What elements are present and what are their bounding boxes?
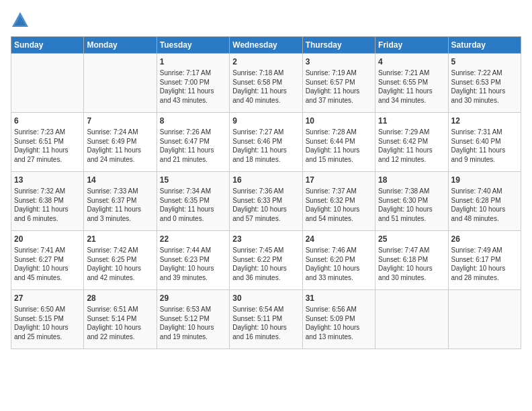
calendar-cell: 5Sunrise: 7:22 AM Sunset: 6:53 PM Daylig… <box>448 54 521 113</box>
day-detail: Sunrise: 7:32 AM Sunset: 6:38 PM Dayligh… <box>14 187 81 223</box>
calendar-cell: 27Sunrise: 6:50 AM Sunset: 5:15 PM Dayli… <box>11 290 84 349</box>
day-detail: Sunrise: 6:56 AM Sunset: 5:09 PM Dayligh… <box>306 305 372 341</box>
calendar-cell: 24Sunrise: 7:46 AM Sunset: 6:20 PM Dayli… <box>302 231 375 290</box>
calendar-cell: 7Sunrise: 7:24 AM Sunset: 6:49 PM Daylig… <box>84 113 157 172</box>
day-number: 5 <box>451 56 518 67</box>
day-number: 20 <box>14 234 81 244</box>
calendar-cell: 25Sunrise: 7:47 AM Sunset: 6:18 PM Dayli… <box>375 231 448 290</box>
calendar-cell <box>11 54 84 113</box>
day-detail: Sunrise: 7:38 AM Sunset: 6:30 PM Dayligh… <box>378 187 445 223</box>
day-number: 7 <box>87 116 153 126</box>
day-number: 26 <box>451 234 518 244</box>
calendar-cell: 29Sunrise: 6:53 AM Sunset: 5:12 PM Dayli… <box>157 290 229 349</box>
calendar-week-3: 13Sunrise: 7:32 AM Sunset: 6:38 PM Dayli… <box>11 172 521 231</box>
calendar-cell: 1Sunrise: 7:17 AM Sunset: 7:00 PM Daylig… <box>157 54 229 113</box>
calendar-cell: 20Sunrise: 7:41 AM Sunset: 6:27 PM Dayli… <box>11 231 84 290</box>
calendar-cell: 3Sunrise: 7:19 AM Sunset: 6:57 PM Daylig… <box>302 54 375 113</box>
day-detail: Sunrise: 7:21 AM Sunset: 6:55 PM Dayligh… <box>378 68 445 105</box>
calendar-cell: 9Sunrise: 7:27 AM Sunset: 6:46 PM Daylig… <box>230 113 302 172</box>
day-detail: Sunrise: 7:18 AM Sunset: 6:58 PM Dayligh… <box>232 68 299 105</box>
day-number: 30 <box>232 293 299 304</box>
day-number: 10 <box>306 116 372 126</box>
header-day-friday: Friday <box>375 37 448 54</box>
calendar-cell: 31Sunrise: 6:56 AM Sunset: 5:09 PM Dayli… <box>302 290 375 349</box>
logo <box>11 11 32 30</box>
day-number: 12 <box>451 116 518 126</box>
day-number: 14 <box>87 175 153 185</box>
day-detail: Sunrise: 7:42 AM Sunset: 6:25 PM Dayligh… <box>87 246 153 282</box>
calendar-cell: 16Sunrise: 7:36 AM Sunset: 6:33 PM Dayli… <box>230 172 302 231</box>
logo-icon <box>11 11 30 30</box>
day-number: 18 <box>378 175 445 185</box>
calendar-cell: 11Sunrise: 7:29 AM Sunset: 6:42 PM Dayli… <box>375 113 448 172</box>
day-number: 24 <box>306 234 372 244</box>
day-number: 4 <box>378 56 445 67</box>
day-detail: Sunrise: 7:17 AM Sunset: 7:00 PM Dayligh… <box>160 68 226 105</box>
header-day-sunday: Sunday <box>11 37 84 54</box>
day-number: 31 <box>306 293 372 304</box>
day-number: 8 <box>160 116 226 126</box>
calendar-cell: 18Sunrise: 7:38 AM Sunset: 6:30 PM Dayli… <box>375 172 448 231</box>
calendar-cell: 4Sunrise: 7:21 AM Sunset: 6:55 PM Daylig… <box>375 54 448 113</box>
calendar-cell: 21Sunrise: 7:42 AM Sunset: 6:25 PM Dayli… <box>84 231 157 290</box>
calendar-cell: 23Sunrise: 7:45 AM Sunset: 6:22 PM Dayli… <box>230 231 302 290</box>
calendar-cell: 2Sunrise: 7:18 AM Sunset: 6:58 PM Daylig… <box>230 54 302 113</box>
header-day-thursday: Thursday <box>302 37 375 54</box>
calendar-cell: 17Sunrise: 7:37 AM Sunset: 6:32 PM Dayli… <box>302 172 375 231</box>
day-number: 28 <box>87 293 153 304</box>
day-detail: Sunrise: 7:46 AM Sunset: 6:20 PM Dayligh… <box>306 246 372 282</box>
calendar-header: SundayMondayTuesdayWednesdayThursdayFrid… <box>11 37 521 54</box>
header-day-monday: Monday <box>84 37 157 54</box>
calendar-week-2: 6Sunrise: 7:23 AM Sunset: 6:51 PM Daylig… <box>11 113 521 172</box>
day-number: 23 <box>232 234 299 244</box>
day-number: 11 <box>378 116 445 126</box>
page-header <box>11 11 521 30</box>
header-row: SundayMondayTuesdayWednesdayThursdayFrid… <box>11 37 521 54</box>
day-detail: Sunrise: 7:34 AM Sunset: 6:35 PM Dayligh… <box>160 187 226 223</box>
calendar-cell: 26Sunrise: 7:49 AM Sunset: 6:17 PM Dayli… <box>448 231 521 290</box>
day-detail: Sunrise: 7:44 AM Sunset: 6:23 PM Dayligh… <box>160 246 226 282</box>
day-detail: Sunrise: 6:51 AM Sunset: 5:14 PM Dayligh… <box>87 305 153 341</box>
day-number: 13 <box>14 175 81 185</box>
calendar-week-1: 1Sunrise: 7:17 AM Sunset: 7:00 PM Daylig… <box>11 54 521 113</box>
day-detail: Sunrise: 6:53 AM Sunset: 5:12 PM Dayligh… <box>160 305 226 341</box>
day-detail: Sunrise: 7:40 AM Sunset: 6:28 PM Dayligh… <box>451 187 518 223</box>
day-number: 15 <box>160 175 226 185</box>
calendar-cell: 13Sunrise: 7:32 AM Sunset: 6:38 PM Dayli… <box>11 172 84 231</box>
day-number: 17 <box>306 175 372 185</box>
day-detail: Sunrise: 6:50 AM Sunset: 5:15 PM Dayligh… <box>14 305 81 341</box>
day-detail: Sunrise: 6:54 AM Sunset: 5:11 PM Dayligh… <box>232 305 299 341</box>
calendar-cell: 6Sunrise: 7:23 AM Sunset: 6:51 PM Daylig… <box>11 113 84 172</box>
day-number: 29 <box>160 293 226 304</box>
day-detail: Sunrise: 7:49 AM Sunset: 6:17 PM Dayligh… <box>451 246 518 282</box>
calendar-week-4: 20Sunrise: 7:41 AM Sunset: 6:27 PM Dayli… <box>11 231 521 290</box>
day-detail: Sunrise: 7:29 AM Sunset: 6:42 PM Dayligh… <box>378 128 445 164</box>
day-number: 9 <box>232 116 299 126</box>
calendar-body: 1Sunrise: 7:17 AM Sunset: 7:00 PM Daylig… <box>11 54 521 349</box>
day-detail: Sunrise: 7:23 AM Sunset: 6:51 PM Dayligh… <box>14 128 81 164</box>
calendar-cell <box>448 290 521 349</box>
day-detail: Sunrise: 7:22 AM Sunset: 6:53 PM Dayligh… <box>451 68 518 105</box>
calendar-cell: 15Sunrise: 7:34 AM Sunset: 6:35 PM Dayli… <box>157 172 229 231</box>
calendar-cell: 8Sunrise: 7:26 AM Sunset: 6:47 PM Daylig… <box>157 113 229 172</box>
header-day-wednesday: Wednesday <box>230 37 302 54</box>
day-detail: Sunrise: 7:36 AM Sunset: 6:33 PM Dayligh… <box>232 187 299 223</box>
day-detail: Sunrise: 7:33 AM Sunset: 6:37 PM Dayligh… <box>87 187 153 223</box>
calendar-table: SundayMondayTuesdayWednesdayThursdayFrid… <box>11 36 521 349</box>
calendar-cell: 12Sunrise: 7:31 AM Sunset: 6:40 PM Dayli… <box>448 113 521 172</box>
day-detail: Sunrise: 7:24 AM Sunset: 6:49 PM Dayligh… <box>87 128 153 164</box>
day-number: 19 <box>451 175 518 185</box>
day-detail: Sunrise: 7:26 AM Sunset: 6:47 PM Dayligh… <box>160 128 226 164</box>
day-detail: Sunrise: 7:45 AM Sunset: 6:22 PM Dayligh… <box>232 246 299 282</box>
day-number: 6 <box>14 116 81 126</box>
calendar-cell: 30Sunrise: 6:54 AM Sunset: 5:11 PM Dayli… <box>230 290 302 349</box>
day-number: 22 <box>160 234 226 244</box>
day-number: 21 <box>87 234 153 244</box>
day-detail: Sunrise: 7:19 AM Sunset: 6:57 PM Dayligh… <box>306 68 372 105</box>
day-number: 3 <box>306 56 372 67</box>
day-detail: Sunrise: 7:31 AM Sunset: 6:40 PM Dayligh… <box>451 128 518 164</box>
calendar-cell <box>84 54 157 113</box>
calendar-cell: 28Sunrise: 6:51 AM Sunset: 5:14 PM Dayli… <box>84 290 157 349</box>
day-detail: Sunrise: 7:37 AM Sunset: 6:32 PM Dayligh… <box>306 187 372 223</box>
day-detail: Sunrise: 7:47 AM Sunset: 6:18 PM Dayligh… <box>378 246 445 282</box>
